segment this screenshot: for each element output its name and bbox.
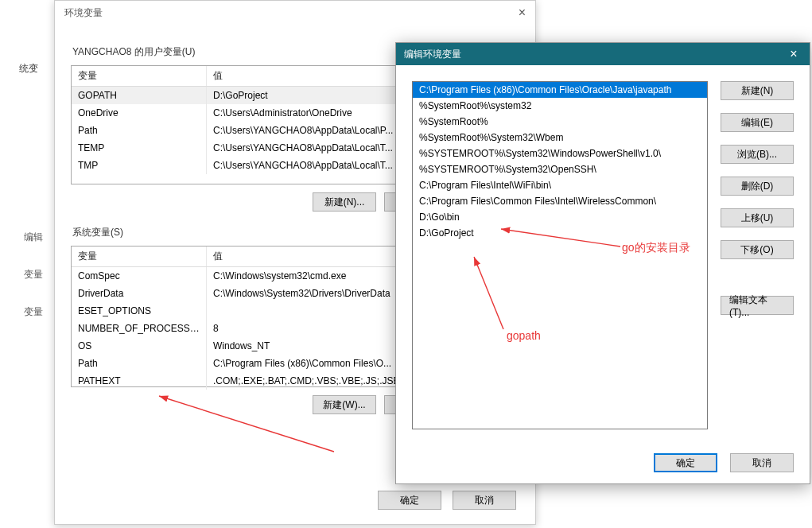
list-item[interactable]: %SystemRoot%\system32 bbox=[413, 98, 707, 114]
list-item[interactable]: D:\GoProject bbox=[413, 225, 707, 241]
var-name: GOPATH bbox=[72, 87, 207, 104]
side-panel: 编辑 变量 变量 bbox=[24, 207, 54, 343]
path-down-button[interactable]: 下移(O) bbox=[721, 240, 794, 259]
env-cancel-button[interactable]: 取消 bbox=[453, 491, 516, 510]
env-ok-button[interactable]: 确定 bbox=[378, 491, 441, 510]
edit-ok-button[interactable]: 确定 bbox=[654, 453, 717, 472]
var-name: ComSpec bbox=[72, 267, 207, 285]
path-delete-button[interactable]: 删除(D) bbox=[721, 177, 794, 196]
var-name: NUMBER_OF_PROCESSORS bbox=[72, 320, 207, 337]
side-label-1: 编辑 bbox=[24, 231, 54, 244]
path-new-button[interactable]: 新建(N) bbox=[721, 81, 794, 100]
sys-new-button[interactable]: 新建(W)... bbox=[313, 395, 376, 414]
close-icon[interactable]: × bbox=[519, 6, 526, 20]
path-edit-text-button[interactable]: 编辑文本(T)... bbox=[721, 296, 794, 315]
var-name: OS bbox=[72, 337, 207, 355]
var-name: TMP bbox=[72, 157, 207, 174]
list-item[interactable]: %SystemRoot%\System32\Wbem bbox=[413, 130, 707, 146]
side-label-2: 变量 bbox=[24, 268, 54, 281]
list-item[interactable]: C:\Program Files (x86)\Common Files\Orac… bbox=[413, 82, 707, 98]
var-name: DriverData bbox=[72, 285, 207, 302]
list-item[interactable]: %SYSTEMROOT%\System32\WindowsPowerShell\… bbox=[413, 146, 707, 161]
path-browse-button[interactable]: 浏览(B)... bbox=[721, 145, 794, 164]
var-name: Path bbox=[72, 355, 207, 372]
path-up-button[interactable]: 上移(U) bbox=[721, 208, 794, 227]
user-col-var: 变量 bbox=[72, 66, 207, 86]
var-name: Path bbox=[72, 122, 207, 139]
edit-cancel-button[interactable]: 取消 bbox=[730, 453, 794, 472]
user-new-button[interactable]: 新建(N)... bbox=[313, 192, 376, 212]
path-edit-button[interactable]: 编辑(E) bbox=[721, 113, 794, 132]
list-item[interactable]: %SystemRoot% bbox=[413, 114, 707, 130]
bg-text: 统变 bbox=[19, 62, 38, 76]
edit-path-title: 编辑环境变量 bbox=[404, 48, 461, 61]
close-icon[interactable]: × bbox=[778, 43, 810, 65]
list-item[interactable]: C:\Program Files\Intel\WiFi\bin\ bbox=[413, 177, 707, 193]
var-name: ESET_OPTIONS bbox=[72, 302, 207, 320]
sys-col-var: 变量 bbox=[72, 247, 207, 266]
edit-path-window: 编辑环境变量 × C:\Program Files (x86)\Common F… bbox=[395, 42, 810, 484]
var-name: PATHEXT bbox=[72, 372, 207, 390]
var-name: TEMP bbox=[72, 139, 207, 157]
list-item[interactable]: C:\Program Files\Common Files\Intel\Wire… bbox=[413, 193, 707, 209]
var-name: OneDrive bbox=[72, 104, 207, 122]
side-label-3: 变量 bbox=[24, 305, 54, 319]
env-vars-title: 环境变量 bbox=[64, 6, 103, 20]
path-listbox[interactable]: C:\Program Files (x86)\Common Files\Orac… bbox=[412, 81, 708, 429]
list-item[interactable]: D:\Go\bin bbox=[413, 209, 707, 225]
list-item[interactable]: %SYSTEMROOT%\System32\OpenSSH\ bbox=[413, 161, 707, 177]
